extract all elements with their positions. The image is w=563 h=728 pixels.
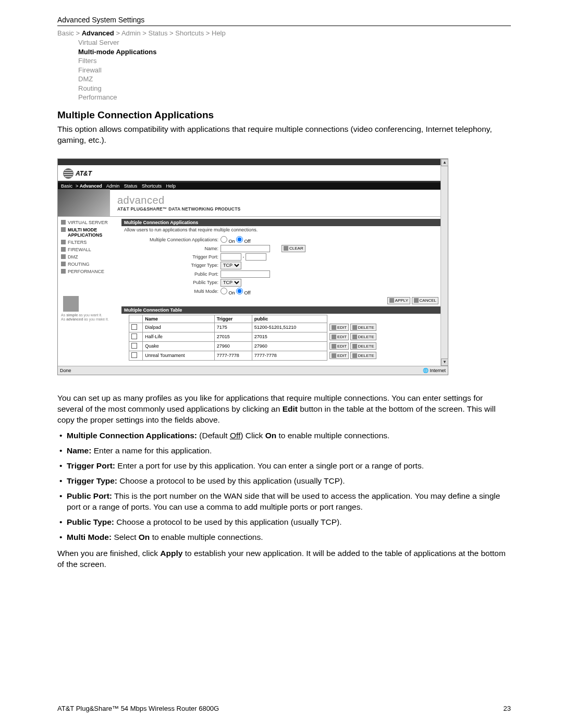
section-header-table: Multiple Connection Table [121, 306, 445, 314]
radio-on-label: On [229, 290, 235, 295]
sidebar-label: VIRTUAL SERVER [68, 220, 108, 225]
edit-button[interactable]: EDIT [329, 342, 349, 350]
subnav-performance[interactable]: Performance [78, 93, 511, 102]
footer-page-number: 23 [504, 705, 511, 712]
list-item: Name: Enter a name for this application. [67, 446, 511, 456]
scrollbar[interactable]: ▲ ▼ [440, 159, 448, 366]
cell-public: 27015 [252, 332, 327, 341]
sidebar-item-performance[interactable]: PERFORMANCE [61, 268, 121, 275]
radio-mca-on[interactable] [221, 236, 227, 243]
bullet-icon [61, 262, 66, 266]
breadcrumb: Basic > Advanced > Admin > Status > Shor… [57, 29, 511, 37]
trigger-port-to-input[interactable] [246, 253, 266, 261]
delete-button[interactable]: DELETE [350, 342, 376, 350]
bullet-icon [61, 247, 66, 252]
cancel-button[interactable]: CANCEL [412, 297, 438, 304]
bullet-icon [61, 240, 66, 244]
cell-name: Half-Life [143, 332, 215, 341]
radio-multi[interactable]: On Off [221, 288, 250, 295]
label-public-type: Public Type: [121, 280, 221, 285]
button-label: DELETE [358, 353, 374, 358]
public-type-select[interactable]: TCP [221, 279, 241, 287]
row-checkbox[interactable] [131, 343, 137, 349]
crumb-help[interactable]: Help [212, 29, 226, 37]
button-icon [352, 353, 357, 358]
sidebar-label: ROUTING [68, 262, 90, 267]
crumb-admin[interactable]: Admin [121, 29, 141, 37]
button-label: EDIT [337, 353, 347, 358]
button-icon [332, 353, 336, 358]
row-checkbox[interactable] [131, 334, 137, 339]
crumb-basic[interactable]: Basic [57, 29, 74, 37]
edit-button[interactable]: EDIT [329, 324, 349, 331]
sidebar-item-filters[interactable]: FILTERS [61, 239, 121, 246]
scroll-down-icon[interactable]: ▼ [441, 359, 448, 366]
clear-button[interactable]: CLEAR [282, 245, 305, 252]
button-icon [332, 344, 336, 349]
crumb-advanced[interactable]: Advanced [82, 29, 114, 37]
subnav-dmz[interactable]: DMZ [78, 75, 511, 84]
banner: advanced AT&T PLUG&SHARE™ DATA NETWORKIN… [58, 190, 448, 217]
radio-multi-off[interactable] [236, 288, 243, 294]
public-port-input[interactable] [221, 270, 270, 278]
cell-trigger: 7175 [214, 323, 252, 332]
col-trigger: Trigger [214, 315, 252, 323]
subnav-filters[interactable]: Filters [78, 56, 511, 66]
app-sidebar: VIRTUAL SERVER MULTI MODE APPLICATIONS F… [58, 217, 121, 366]
bullet-icon [61, 269, 66, 274]
nav-shortcuts[interactable]: Shortcuts [142, 183, 162, 189]
trigger-type-select[interactable]: TCP [221, 262, 241, 269]
name-input[interactable] [221, 245, 270, 252]
sidebar-item-virtual-server[interactable]: VIRTUAL SERVER [61, 219, 121, 226]
nav-basic[interactable]: Basic [61, 183, 72, 189]
list-item: Public Type: Choose a protocol to be use… [67, 517, 511, 528]
apply-button[interactable]: APPLY [387, 297, 410, 304]
button-label: CLEAR [289, 246, 303, 251]
button-label: EDIT [337, 335, 347, 339]
delete-button[interactable]: DELETE [350, 352, 376, 359]
intro-text: This option allows compatibility with ap… [57, 124, 511, 146]
subnav-virtual-server[interactable]: Virtual Server [78, 38, 511, 47]
sidebar-item-routing[interactable]: ROUTING [61, 261, 121, 268]
col-check [129, 315, 143, 323]
subnav-multi-mode[interactable]: Multi-mode Applications [78, 47, 511, 57]
button-icon [284, 246, 288, 251]
cell-trigger: 7777-7778 [214, 351, 252, 360]
sidebar-label: MULTI MODE APPLICATIONS [68, 227, 121, 238]
cell-name: Quake [143, 341, 215, 351]
subnav-routing[interactable]: Routing [78, 84, 511, 93]
nav-admin[interactable]: Admin [106, 183, 120, 189]
button-label: CANCEL [420, 298, 436, 303]
radio-mca-off[interactable] [236, 236, 243, 243]
radio-multi-on[interactable] [221, 288, 227, 294]
edit-button[interactable]: EDIT [329, 352, 349, 359]
sidebar-item-firewall[interactable]: FIREWALL [61, 246, 121, 253]
subnav-firewall[interactable]: Firewall [78, 66, 511, 75]
footer-product: AT&T Plug&Share™ 54 Mbps Wireless Router… [57, 705, 219, 712]
edit-button[interactable]: EDIT [329, 333, 349, 340]
field-list: Multiple Connection Applications: (Defau… [67, 430, 511, 542]
sidebar-item-dmz[interactable]: DMZ [61, 253, 121, 261]
crumb-shortcuts[interactable]: Shortcuts [175, 29, 204, 37]
row-checkbox[interactable] [131, 352, 137, 358]
trigger-port-from-input[interactable] [221, 253, 241, 261]
nav-status[interactable]: Status [124, 183, 138, 189]
banner-title: advanced [117, 194, 240, 206]
nav-advanced[interactable]: Advanced [80, 183, 102, 189]
delete-button[interactable]: DELETE [350, 333, 376, 340]
sidebar-item-multi-mode[interactable]: MULTI MODE APPLICATIONS [61, 226, 121, 239]
label-mca: Multiple Connection Applications: [121, 237, 221, 242]
radio-mca[interactable]: On Off [221, 236, 250, 244]
page-header: Advanced System Settings [57, 16, 511, 26]
crumb-status[interactable]: Status [149, 29, 168, 37]
sidebar-label: PERFORMANCE [68, 269, 104, 274]
table-header-row: Name Trigger public [129, 315, 402, 323]
cell-public: 51200-51201,51210 [252, 323, 327, 332]
button-label: EDIT [337, 325, 347, 330]
row-checkbox[interactable] [131, 324, 137, 330]
nav-help[interactable]: Help [166, 183, 176, 189]
scroll-up-icon[interactable]: ▲ [441, 159, 448, 166]
delete-button[interactable]: DELETE [350, 324, 376, 331]
section-header-mca: Multiple Connection Applications [121, 219, 445, 226]
label-trigger-type: Trigger Type: [121, 263, 221, 268]
